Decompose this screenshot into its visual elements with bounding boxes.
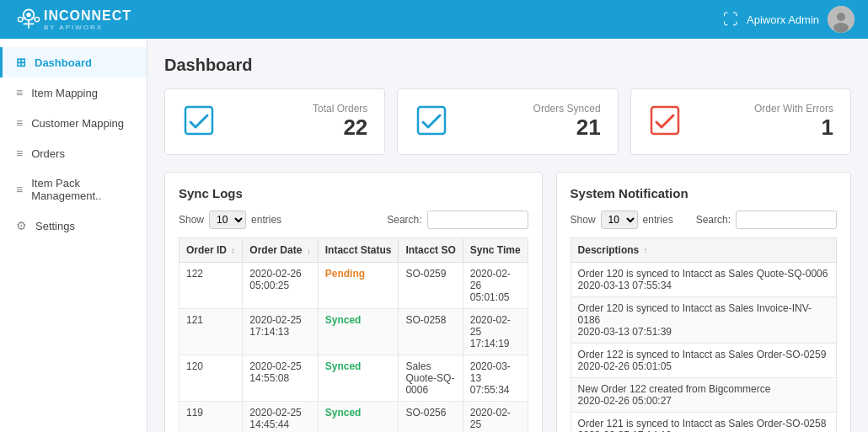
content-area: Dashboard Total Orders 22 Orders Synced bbox=[147, 39, 868, 432]
logo-text: INCONNECT bbox=[44, 8, 131, 24]
cell-order-date: 2020-02-25 14:55:08 bbox=[243, 355, 318, 402]
show-label-notif: Show bbox=[571, 214, 596, 226]
list-item: Order 122 is synced to Intacct as Sales … bbox=[571, 344, 836, 378]
sync-logs-controls: Show 10 25 50 entries Search: bbox=[179, 211, 528, 229]
settings-icon: ⚙ bbox=[16, 219, 27, 232]
stat-card-total-orders: Total Orders 22 bbox=[164, 88, 385, 155]
sort-icon: ↓ bbox=[307, 246, 311, 255]
logo-sub: BY APIWORX bbox=[44, 24, 131, 31]
cell-order-id: 121 bbox=[179, 309, 243, 355]
cell-sync-time: 2020-02-25 17:14:19 bbox=[463, 309, 528, 355]
order-errors-value: 1 bbox=[695, 115, 833, 141]
sidebar-item-label: Settings bbox=[35, 220, 75, 232]
stats-row: Total Orders 22 Orders Synced 21 bbox=[164, 88, 851, 155]
sidebar: ⊞ Dashboard ≡ Item Mapping ≡ Customer Ma… bbox=[0, 39, 147, 432]
col-order-id: Order ID ↕ bbox=[179, 238, 243, 263]
two-col-section: Sync Logs Show 10 25 50 entries Search: bbox=[164, 172, 851, 432]
cell-intacct-so: Sales Quote-SQ-0006 bbox=[399, 355, 463, 402]
sidebar-item-label: Dashboard bbox=[35, 56, 92, 69]
item-pack-icon: ≡ bbox=[16, 183, 23, 196]
notification-table: Descriptions ↑ Order 120 is synced to In… bbox=[571, 237, 837, 432]
cell-description: New Order 122 created from Bigcommerce 2… bbox=[571, 378, 836, 413]
table-row: 122 2020-02-26 05:00:25 Pending SO-0259 … bbox=[179, 263, 528, 309]
cell-sync-time: 2020-03-13 07:55:34 bbox=[463, 355, 528, 402]
sidebar-item-settings[interactable]: ⚙ Settings bbox=[0, 211, 147, 241]
col-intacct-status: Intacct Status bbox=[318, 238, 399, 263]
sidebar-item-label: Item Pack Management.. bbox=[31, 177, 133, 202]
order-errors-icon bbox=[648, 104, 682, 140]
col-descriptions: Descriptions ↑ bbox=[571, 238, 836, 263]
table-row: 120 2020-02-25 14:55:08 Synced Sales Quo… bbox=[179, 355, 528, 402]
cell-status: Synced bbox=[318, 309, 399, 355]
col-intacct-so: Intacct SO bbox=[399, 238, 463, 263]
header-right: ⛶ Apiworx Admin bbox=[723, 6, 855, 33]
system-notification-panel: System Notification Show 10 25 50 entrie… bbox=[556, 172, 851, 432]
orders-synced-label: Orders Synced bbox=[462, 103, 600, 115]
entries-label-notif: entries bbox=[643, 214, 673, 226]
total-orders-icon bbox=[182, 104, 216, 140]
expand-icon[interactable]: ⛶ bbox=[723, 11, 738, 29]
show-label: Show bbox=[179, 214, 204, 226]
total-orders-label: Total Orders bbox=[229, 103, 367, 115]
sync-logs-title: Sync Logs bbox=[179, 186, 528, 200]
logo-area: INCONNECT BY APIWORX bbox=[13, 4, 131, 35]
cell-sync-time: 2020-02-26 05:01:05 bbox=[463, 263, 528, 309]
show-select-notif[interactable]: 10 25 50 bbox=[601, 211, 638, 229]
cell-order-id: 119 bbox=[179, 402, 243, 433]
logo-icon bbox=[13, 4, 44, 35]
sync-search-input[interactable] bbox=[427, 211, 528, 229]
cell-order-date: 2020-02-26 05:00:25 bbox=[243, 263, 318, 309]
svg-rect-12 bbox=[418, 107, 445, 134]
cell-intacct-so: SO-0259 bbox=[399, 263, 463, 309]
top-header: INCONNECT BY APIWORX ⛶ Apiworx Admin bbox=[0, 0, 868, 39]
sidebar-item-label: Customer Mapping bbox=[31, 117, 124, 130]
sidebar-item-customer-mapping[interactable]: ≡ Customer Mapping bbox=[0, 108, 147, 138]
cell-sync-time: 2020-02-25 14:45:51 bbox=[463, 402, 528, 433]
svg-point-9 bbox=[837, 13, 845, 21]
sidebar-item-label: Item Mapping bbox=[31, 87, 98, 99]
cell-order-id: 120 bbox=[179, 355, 243, 402]
notification-controls: Show 10 25 50 entries Search: bbox=[571, 211, 837, 229]
sidebar-item-item-mapping[interactable]: ≡ Item Mapping bbox=[0, 77, 147, 108]
svg-point-4 bbox=[18, 17, 22, 21]
cell-description: Order 120 is synced to Intacct as Sales … bbox=[571, 297, 836, 344]
svg-point-6 bbox=[35, 17, 39, 21]
show-select-sync[interactable]: 10 25 50 bbox=[209, 211, 246, 229]
main-layout: ⊞ Dashboard ≡ Item Mapping ≡ Customer Ma… bbox=[0, 39, 868, 432]
cell-order-date: 2020-02-25 17:14:13 bbox=[243, 309, 318, 355]
cell-description: Order 120 is synced to Intacct as Sales … bbox=[571, 263, 836, 297]
notif-search-input[interactable] bbox=[736, 211, 837, 229]
sidebar-item-orders[interactable]: ≡ Orders bbox=[0, 138, 147, 168]
cell-intacct-so: SO-0256 bbox=[399, 402, 463, 433]
sort-icon: ↕ bbox=[231, 246, 235, 255]
cell-description: Order 121 is synced to Intacct as Sales … bbox=[571, 413, 836, 433]
customer-mapping-icon: ≡ bbox=[16, 116, 23, 130]
list-item: Order 121 is synced to Intacct as Sales … bbox=[571, 413, 836, 433]
dashboard-icon: ⊞ bbox=[16, 56, 26, 69]
stat-card-orders-synced: Orders Synced 21 bbox=[397, 88, 618, 155]
total-orders-value: 22 bbox=[229, 115, 367, 141]
col-sync-time: Sync Time bbox=[463, 238, 528, 263]
col-order-date: Order Date ↓ bbox=[243, 238, 318, 263]
cell-status: Pending bbox=[318, 263, 399, 309]
sidebar-item-label: Orders bbox=[31, 147, 65, 160]
table-row: 121 2020-02-25 17:14:13 Synced SO-0258 2… bbox=[179, 309, 528, 355]
avatar bbox=[828, 6, 855, 33]
page-title: Dashboard bbox=[164, 56, 851, 75]
svg-rect-11 bbox=[185, 107, 212, 134]
sidebar-item-item-pack[interactable]: ≡ Item Pack Management.. bbox=[0, 168, 147, 211]
orders-synced-icon bbox=[415, 104, 448, 140]
cell-status: Synced bbox=[318, 355, 399, 402]
svg-point-10 bbox=[833, 23, 849, 33]
cell-status: Synced bbox=[318, 402, 399, 433]
svg-rect-13 bbox=[651, 107, 678, 134]
sync-logs-table: Order ID ↕ Order Date ↓ Intacct Status I… bbox=[179, 237, 528, 432]
item-mapping-icon: ≡ bbox=[16, 86, 23, 99]
table-row: 119 2020-02-25 14:45:44 Synced SO-0256 2… bbox=[179, 402, 528, 433]
list-item: Order 120 is synced to Intacct as Sales … bbox=[571, 263, 836, 297]
sidebar-item-dashboard[interactable]: ⊞ Dashboard bbox=[0, 47, 147, 77]
system-notification-title: System Notification bbox=[571, 186, 837, 200]
cell-order-date: 2020-02-25 14:45:44 bbox=[243, 402, 318, 433]
search-label-notif: Search: bbox=[696, 214, 731, 226]
list-item: Order 120 is synced to Intacct as Sales … bbox=[571, 297, 836, 344]
